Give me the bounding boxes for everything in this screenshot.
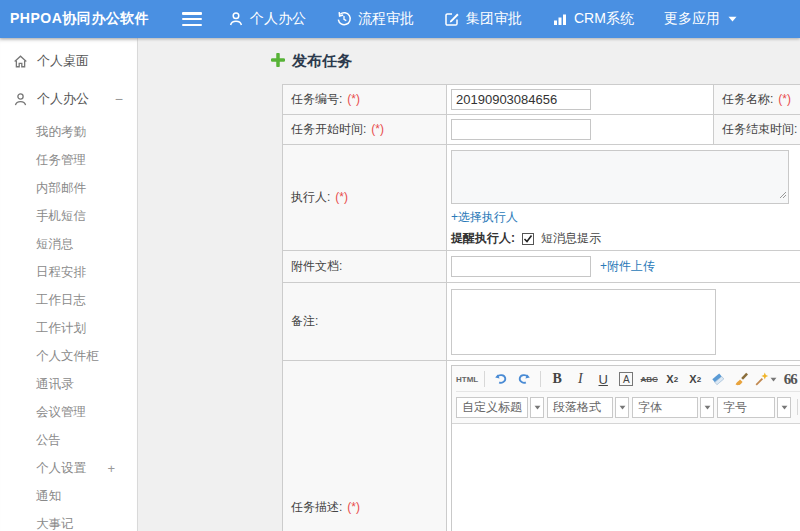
task-no-label-cell: 任务编号:(*) [283,85,447,115]
superscript-button[interactable]: X2 [662,369,682,389]
start-time-input[interactable] [451,119,591,140]
user-icon [228,11,244,27]
caret-down-icon [530,397,544,418]
remark-textarea[interactable] [451,289,716,355]
underline-button[interactable]: U [593,369,613,389]
sidebar-item-work-plan[interactable]: 工作计划 [0,314,137,342]
nav-crm-system[interactable]: CRM系统 [552,10,634,28]
custom-heading-select[interactable]: 自定义标题 [456,397,544,418]
attachment-input[interactable] [451,256,591,277]
editor-toolbar: HTML B I U A ABC [452,366,800,424]
edit-square-icon [444,11,460,27]
nav-group-approval[interactable]: 集团审批 [444,10,522,28]
sidebar: 个人桌面 个人办公 − 我的考勤 任务管理 内部邮件 手机短信 短消息 日程安排… [0,38,138,531]
start-time-label-cell: 任务开始时间:(*) [283,115,447,145]
description-label-cell: 任务描述:(*) [283,361,447,531]
font-size-select[interactable]: 字号 [717,397,791,418]
add-icon [271,53,285,70]
top-nav: 个人办公 流程审批 集团审批 CRM系统 更多应用 [228,10,737,28]
sidebar-item-task-management[interactable]: 任务管理 [0,146,137,174]
sidebar-item-events[interactable]: 大事记 [0,510,137,531]
font-family-select[interactable]: 字体 [632,397,714,418]
home-icon [13,54,28,69]
subscript-button[interactable]: X2 [685,369,705,389]
expand-indicator[interactable]: + [107,461,115,476]
page-title-row: 发布任务 [271,52,800,71]
task-no-input[interactable] [451,89,591,110]
top-header: PHPOA协同办公软件 个人办公 流程审批 集团审批 CRM系统 更多应用 [0,0,800,38]
html-source-button[interactable]: HTML [456,369,478,389]
sidebar-item-short-message[interactable]: 短消息 [0,230,137,258]
nav-label: 更多应用 [664,10,720,28]
caret-down-icon [700,397,714,418]
nav-label: CRM系统 [574,10,634,28]
sidebar-item-desktop[interactable]: 个人桌面 [0,42,137,80]
sidebar-item-personal-settings[interactable]: 个人设置 + [0,454,137,482]
caret-down-icon [728,16,737,22]
app-logo[interactable]: PHPOA协同办公软件 [0,10,180,28]
executor-textarea[interactable] [451,150,789,204]
sidebar-item-label: 个人办公 [37,90,89,108]
description-editor-area[interactable] [452,424,800,531]
nav-process-approval[interactable]: 流程审批 [336,10,414,28]
sidebar-item-contacts[interactable]: 通讯录 [0,370,137,398]
bold-button[interactable]: B [547,369,567,389]
format-painter-icon[interactable] [731,369,751,389]
process-history-icon [336,11,352,27]
nav-label: 集团审批 [466,10,522,28]
sidebar-item-file-cabinet[interactable]: 个人文件柜 [0,342,137,370]
required-mark: (*) [347,92,360,106]
sidebar-item-attendance[interactable]: 我的考勤 [0,118,137,146]
sidebar-item-schedule[interactable]: 日程安排 [0,258,137,286]
sidebar-item-work-log[interactable]: 工作日志 [0,286,137,314]
rich-text-editor: HTML B I U A ABC [451,365,800,531]
caret-down-icon [615,397,629,418]
sms-remind-label: 短消息提示 [541,230,601,247]
font-border-button[interactable]: A [616,369,636,389]
nav-more-apps[interactable]: 更多应用 [664,10,737,28]
resize-handle-icon[interactable] [779,188,787,202]
sidebar-item-personal-office[interactable]: 个人办公 − [0,80,137,118]
task-name-label-cell: 任务名称:(*) [714,85,800,115]
nav-label: 个人办公 [250,10,306,28]
strikethrough-button[interactable]: ABC [639,369,659,389]
undo-icon[interactable] [491,369,511,389]
paragraph-format-select[interactable]: 段落格式 [547,397,629,418]
sidebar-item-label: 个人桌面 [37,52,89,70]
sidebar-item-notice[interactable]: 通知 [0,482,137,510]
sidebar-item-sms[interactable]: 手机短信 [0,202,137,230]
sidebar-item-announcement[interactable]: 公告 [0,426,137,454]
eraser-icon[interactable] [708,369,728,389]
executor-label-cell: 执行人:(*) [283,145,447,251]
blockquote-button[interactable]: 66 [780,369,800,389]
remind-executor-label: 提醒执行人: [451,230,515,247]
select-executor-link[interactable]: +选择执行人 [451,209,518,226]
sms-remind-checkbox[interactable] [522,233,534,245]
nav-personal-office[interactable]: 个人办公 [228,10,306,28]
required-mark: (*) [371,122,384,136]
sidebar-item-internal-mail[interactable]: 内部邮件 [0,174,137,202]
nav-label: 流程审批 [358,10,414,28]
redo-icon[interactable] [514,369,534,389]
caret-down-icon [777,397,791,418]
user-icon [13,92,28,107]
italic-button[interactable]: I [570,369,590,389]
collapse-indicator[interactable]: − [115,91,129,107]
attachment-label-cell: 附件文档: [283,251,447,283]
remark-label-cell: 备注: [283,283,447,361]
page-title: 发布任务 [292,52,352,71]
publish-task-form: 任务编号:(*) 任务名称:(*) 任务开始时间:(*) [282,84,800,531]
attachment-upload-link[interactable]: +附件上传 [600,258,655,275]
sidebar-item-meeting[interactable]: 会议管理 [0,398,137,426]
bar-chart-icon [552,11,568,27]
required-mark: (*) [347,500,360,514]
autotypeset-icon[interactable] [754,369,777,389]
main-content: 发布任务 任务编号:(*) 任务名称:(*) [138,38,800,531]
end-time-label-cell: 任务结束时间:(*) [714,115,800,145]
menu-toggle-icon[interactable] [182,12,202,26]
required-mark: (*) [778,92,791,106]
required-mark: (*) [335,190,348,204]
